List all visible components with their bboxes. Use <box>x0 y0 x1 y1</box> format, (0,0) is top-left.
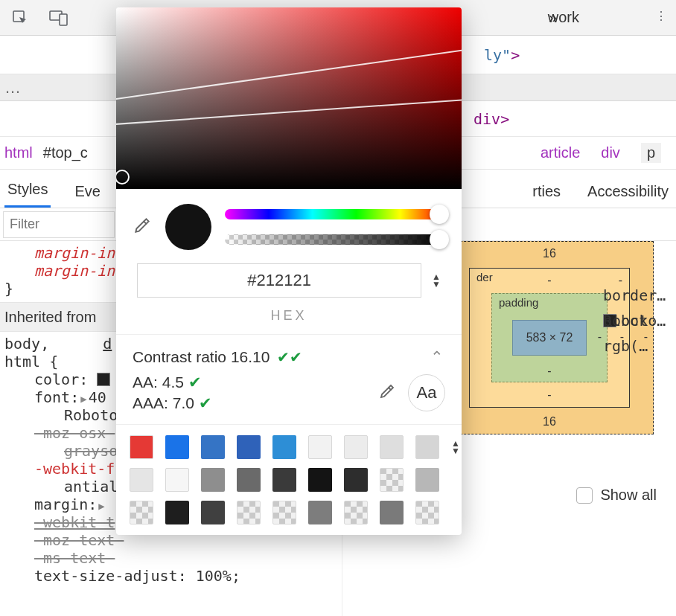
expand-triangle-icon[interactable]: ▶ <box>98 500 104 512</box>
palette-spinner[interactable]: ▲▼ <box>451 435 460 459</box>
palette-swatch[interactable] <box>130 501 153 524</box>
palette-swatch[interactable] <box>201 501 225 524</box>
chevron-up-icon[interactable]: ⌃ <box>430 348 444 366</box>
palette-swatch[interactable] <box>272 468 296 492</box>
palette-swatch[interactable] <box>165 435 189 459</box>
slider-knob[interactable] <box>430 230 449 249</box>
tab-event-listeners[interactable]: Eve <box>71 176 103 208</box>
palette-swatch[interactable] <box>272 501 296 524</box>
palette-swatch[interactable] <box>415 468 439 492</box>
box-model-margin-bottom[interactable]: 16 <box>543 415 556 429</box>
contrast-ratio-row[interactable]: Contrast ratio 16.10 ✔✔ ⌃ <box>116 335 462 369</box>
breadcrumb-p-active[interactable]: p <box>641 143 661 163</box>
box-model-margin-top[interactable]: 16 <box>543 247 556 260</box>
palette-swatch[interactable] <box>165 468 189 492</box>
contrast-aa-row: AA: 4.5✔ <box>133 373 212 391</box>
palette-swatch[interactable] <box>380 468 404 492</box>
tab-styles[interactable]: Styles <box>4 173 51 208</box>
palette-swatch[interactable] <box>380 435 404 459</box>
css-prop-disabled[interactable]: -ms-text- <box>4 549 337 567</box>
slider-knob[interactable] <box>430 205 449 224</box>
hex-input[interactable]: #212121 <box>137 263 421 298</box>
double-check-icon: ✔✔ <box>277 348 302 366</box>
device-toggle-icon[interactable] <box>46 5 71 31</box>
palette-swatch[interactable] <box>380 501 404 524</box>
palette-swatch[interactable] <box>415 435 439 459</box>
dom-tag: div <box>473 110 500 128</box>
box-model-border-label: der <box>476 271 493 283</box>
palette-swatch[interactable] <box>415 501 439 524</box>
palette-swatch[interactable] <box>201 468 225 492</box>
breadcrumb-article[interactable]: article <box>541 144 580 161</box>
svg-rect-2 <box>60 14 67 25</box>
breadcrumb-id[interactable]: #top_c <box>43 144 88 161</box>
palette-swatch[interactable] <box>130 468 153 492</box>
palette-swatch[interactable] <box>237 501 261 524</box>
palette-swatch[interactable] <box>237 435 261 459</box>
box-model-padding-label: padding <box>499 296 538 309</box>
palette-swatch[interactable] <box>272 435 296 459</box>
inspect-icon[interactable] <box>7 5 33 31</box>
dom-attr-value: ly <box>484 46 502 64</box>
tab-accessibility[interactable]: Accessibility <box>584 176 672 208</box>
spectrum-cursor[interactable] <box>116 170 130 185</box>
eyedropper-icon[interactable] <box>133 216 152 238</box>
breadcrumb-div[interactable]: div <box>601 144 620 161</box>
background-eyedropper-icon[interactable] <box>378 382 396 404</box>
color-palette: ▲▼ <box>116 425 462 535</box>
palette-swatch[interactable] <box>308 501 332 524</box>
show-all-toggle[interactable]: Show all <box>576 487 657 504</box>
palette-swatch[interactable] <box>237 468 261 492</box>
expand-triangle-icon[interactable]: ▶ <box>80 393 86 405</box>
palette-swatch[interactable] <box>130 435 153 459</box>
color-picker-popover: #212121 ▲▼ HEX Contrast ratio 16.10 ✔✔ ⌃… <box>116 7 462 535</box>
contrast-aaa-row: AAA: 7.0✔ <box>133 394 212 412</box>
styles-filter-input[interactable] <box>3 211 115 238</box>
contrast-sample-badge: Aa <box>408 374 445 411</box>
checkbox-icon[interactable] <box>576 487 593 504</box>
palette-swatch[interactable] <box>308 468 332 492</box>
palette-swatch[interactable] <box>344 435 368 459</box>
color-swatch-icon[interactable] <box>97 373 110 386</box>
breadcrumb-html[interactable]: html <box>4 144 33 161</box>
hue-slider[interactable] <box>225 209 444 219</box>
color-spectrum[interactable] <box>116 7 462 189</box>
kebab-menu-icon[interactable]: ⋮ <box>655 9 667 23</box>
box-model-content-size: 583 × 72 <box>526 331 573 344</box>
palette-swatch[interactable] <box>344 468 368 492</box>
palette-swatch[interactable] <box>344 501 368 524</box>
hex-format-label: HEX <box>116 308 462 334</box>
tab-properties[interactable]: rties <box>529 176 564 208</box>
check-icon: ✔ <box>188 373 202 391</box>
css-prop-text-size-adjust[interactable]: text-size-adjust: 100%; <box>4 567 337 585</box>
palette-swatch[interactable] <box>308 435 332 459</box>
palette-swatch[interactable] <box>201 435 225 459</box>
dom-suffix: > <box>500 110 509 128</box>
current-color-swatch <box>165 204 211 250</box>
palette-swatch[interactable] <box>165 501 189 524</box>
check-icon: ✔ <box>199 394 212 411</box>
alpha-slider[interactable] <box>225 234 444 245</box>
format-spinner[interactable]: ▲▼ <box>432 273 441 288</box>
dom-suffix: > <box>511 46 520 64</box>
tabs-overflow-icon[interactable]: » <box>549 9 557 26</box>
